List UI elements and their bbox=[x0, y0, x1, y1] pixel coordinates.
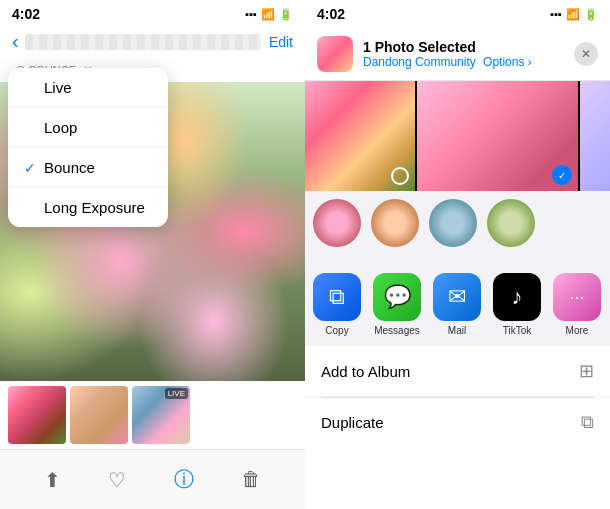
app-messages[interactable]: 💬 Messages bbox=[373, 273, 421, 336]
duplicate-icon: ⧉ bbox=[581, 412, 594, 433]
share-title: 1 Photo Selected bbox=[363, 39, 564, 55]
app-name-mail: Mail bbox=[448, 325, 466, 336]
contact-3[interactable] bbox=[429, 199, 477, 259]
left-nav-bar: ‹ Edit bbox=[0, 26, 305, 57]
left-time: 4:02 bbox=[12, 6, 40, 22]
check-icon: ✓ bbox=[24, 160, 36, 176]
nav-title bbox=[25, 34, 261, 50]
share-button[interactable]: ⬆ bbox=[36, 460, 69, 500]
thumbnail-2[interactable] bbox=[70, 386, 128, 444]
community-name: Dandong Community bbox=[363, 55, 476, 69]
contact-1[interactable] bbox=[313, 199, 361, 259]
dropdown-label-loop: Loop bbox=[44, 119, 77, 136]
thumbnail-1[interactable] bbox=[8, 386, 66, 444]
wifi-icon: 📶 bbox=[261, 8, 275, 21]
action-list: Add to Album ⊞ Duplicate ⧉ bbox=[305, 346, 610, 509]
back-button[interactable]: ‹ bbox=[12, 30, 19, 53]
options-link[interactable]: Options › bbox=[483, 55, 532, 69]
delete-button[interactable]: 🗑 bbox=[233, 460, 269, 499]
dropdown-item-live[interactable]: ✓ Live bbox=[8, 68, 168, 108]
app-copy[interactable]: ⧉ Copy bbox=[313, 273, 361, 336]
preview-photo-2[interactable]: ✓ bbox=[417, 81, 578, 191]
share-info: 1 Photo Selected Dandong Community Optio… bbox=[363, 39, 564, 69]
dropdown-label-live: Live bbox=[44, 79, 72, 96]
share-avatar bbox=[317, 36, 353, 72]
dropdown-menu: ✓ Live ✓ Loop ✓ Bounce ✓ Long Exposure bbox=[8, 68, 168, 227]
left-toolbar: ⬆ ♡ ⓘ 🗑 bbox=[0, 449, 305, 509]
contact-avatar-2 bbox=[371, 199, 419, 247]
more-icon: ··· bbox=[553, 273, 601, 321]
photo-previews: ✓ bbox=[305, 81, 610, 191]
app-name-messages: Messages bbox=[374, 325, 420, 336]
battery-icon: 🔋 bbox=[279, 8, 293, 21]
app-mail[interactable]: ✉ Mail bbox=[433, 273, 481, 336]
signal-icon: ▪▪▪ bbox=[245, 8, 257, 20]
app-name-more: More bbox=[566, 325, 589, 336]
selected-badge: ✓ bbox=[552, 165, 572, 185]
favorite-button[interactable]: ♡ bbox=[100, 460, 134, 500]
battery-icon: 🔋 bbox=[584, 8, 598, 21]
mail-icon: ✉ bbox=[433, 273, 481, 321]
tiktok-icon: ♪ bbox=[493, 273, 541, 321]
edit-button[interactable]: Edit bbox=[269, 34, 293, 50]
right-time: 4:02 bbox=[317, 6, 345, 22]
contact-2[interactable] bbox=[371, 199, 419, 259]
dropdown-label-bounce: Bounce bbox=[44, 159, 95, 176]
apps-row: ⧉ Copy 💬 Messages ✉ Mail ♪ TikTok ··· Mo… bbox=[305, 267, 610, 346]
preview-photo-3[interactable] bbox=[580, 81, 610, 191]
thumbnail-label: LIVE bbox=[165, 388, 188, 399]
info-button[interactable]: ⓘ bbox=[166, 458, 202, 501]
app-name-tiktok: TikTok bbox=[503, 325, 532, 336]
contact-avatar-3 bbox=[429, 199, 477, 247]
duplicate-label: Duplicate bbox=[321, 414, 384, 431]
share-subtitle: Dandong Community Options › bbox=[363, 55, 564, 69]
dropdown-item-bounce[interactable]: ✓ Bounce bbox=[8, 148, 168, 188]
right-status-bar: 4:02 ▪▪▪ 📶 🔋 bbox=[305, 0, 610, 26]
radio-circle bbox=[391, 167, 409, 185]
album-icon: ⊞ bbox=[579, 360, 594, 382]
wifi-icon: 📶 bbox=[566, 8, 580, 21]
preview-photo-1 bbox=[305, 81, 415, 191]
app-more[interactable]: ··· More bbox=[553, 273, 601, 336]
thumbnail-3[interactable]: LIVE bbox=[132, 386, 190, 444]
left-status-icons: ▪▪▪ 📶 🔋 bbox=[245, 8, 293, 21]
share-header: 1 Photo Selected Dandong Community Optio… bbox=[305, 26, 610, 81]
contacts-row bbox=[305, 191, 610, 267]
dropdown-item-loop[interactable]: ✓ Loop bbox=[8, 108, 168, 148]
close-button[interactable]: ✕ bbox=[574, 42, 598, 66]
contact-avatar-1 bbox=[313, 199, 361, 247]
contact-avatar-4 bbox=[487, 199, 535, 247]
add-to-album-label: Add to Album bbox=[321, 363, 410, 380]
app-tiktok[interactable]: ♪ TikTok bbox=[493, 273, 541, 336]
add-to-album-action[interactable]: Add to Album ⊞ bbox=[305, 346, 610, 397]
dropdown-label-long-exposure: Long Exposure bbox=[44, 199, 145, 216]
messages-icon: 💬 bbox=[373, 273, 421, 321]
copy-icon: ⧉ bbox=[313, 273, 361, 321]
right-status-icons: ▪▪▪ 📶 🔋 bbox=[550, 8, 598, 21]
duplicate-action[interactable]: Duplicate ⧉ bbox=[305, 398, 610, 447]
signal-icon: ▪▪▪ bbox=[550, 8, 562, 20]
left-panel: 4:02 ▪▪▪ 📶 🔋 ‹ Edit ⊙ BOUNCE ∨ ✓ Live ✓ … bbox=[0, 0, 305, 509]
app-name-copy: Copy bbox=[325, 325, 348, 336]
contact-4[interactable] bbox=[487, 199, 535, 259]
dropdown-item-long-exposure[interactable]: ✓ Long Exposure bbox=[8, 188, 168, 227]
thumbnail-strip: LIVE bbox=[0, 381, 305, 449]
left-status-bar: 4:02 ▪▪▪ 📶 🔋 bbox=[0, 0, 305, 26]
right-panel: 4:02 ▪▪▪ 📶 🔋 1 Photo Selected Dandong Co… bbox=[305, 0, 610, 509]
